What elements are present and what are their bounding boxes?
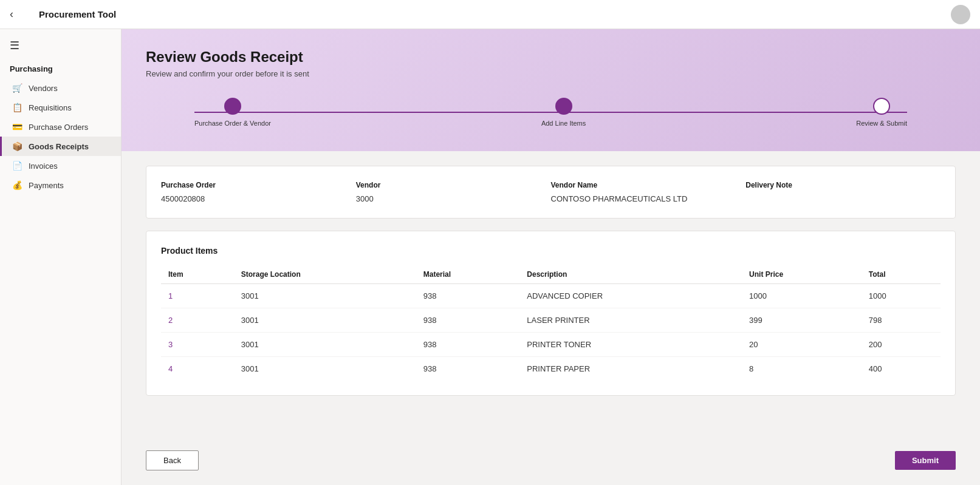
cell-material: 938 <box>416 284 520 308</box>
vendors-icon: 🛒 <box>12 83 22 93</box>
cell-total: 400 <box>862 357 941 381</box>
app-title: Procurement Tool <box>39 9 116 19</box>
cell-item: 1 <box>161 284 234 308</box>
logo-blue <box>19 15 26 21</box>
hero-section: Review Goods Receipt Review and confirm … <box>122 29 980 151</box>
invoices-icon: 📄 <box>12 161 22 171</box>
sidebar-item-label-purchase-orders: Purchase Orders <box>29 123 88 132</box>
product-items-title: Product Items <box>161 246 941 256</box>
hamburger-icon[interactable]: ☰ <box>0 29 121 57</box>
cell-description: ADVANCED COPIER <box>519 284 742 308</box>
info-value-po: 4500020808 <box>161 194 356 203</box>
stepper-step-2: Add Line Items <box>541 98 586 127</box>
table-row: 4 3001 938 PRINTER PAPER 8 400 <box>161 357 941 381</box>
stepper-step-3: Review & Submit <box>856 98 907 127</box>
cell-material: 938 <box>416 357 520 381</box>
cell-total: 1000 <box>862 284 941 308</box>
info-col-po: Purchase Order 4500020808 <box>161 181 356 203</box>
order-info-card: Purchase Order 4500020808 Vendor 3000 Ve… <box>146 166 956 219</box>
cell-unit-price: 1000 <box>742 284 862 308</box>
sidebar: ☰ Purchasing 🛒 Vendors 📋 Requisitions 💳 … <box>0 29 122 485</box>
table-body: 1 3001 938 ADVANCED COPIER 1000 1000 2 3… <box>161 284 941 381</box>
col-header-description: Description <box>519 265 742 284</box>
logo-green <box>27 8 33 14</box>
stepper-label-1: Purchase Order & Vendor <box>194 120 271 127</box>
sidebar-item-vendors[interactable]: 🛒 Vendors <box>0 78 121 98</box>
page-title: Review Goods Receipt <box>146 49 956 66</box>
table-header-row: Item Storage Location Material Descripti… <box>161 265 941 284</box>
stepper-circle-1 <box>224 98 241 115</box>
topbar-left: ‹ Procurement Tool <box>10 8 116 21</box>
sidebar-section-title: Purchasing <box>0 57 121 78</box>
content-area: Purchase Order 4500020808 Vendor 3000 Ve… <box>122 151 980 441</box>
cell-description: PRINTER PAPER <box>519 357 742 381</box>
info-label-vendor-name: Vendor Name <box>551 181 746 189</box>
col-header-item: Item <box>161 265 234 284</box>
table-row: 1 3001 938 ADVANCED COPIER 1000 1000 <box>161 284 941 308</box>
cell-storage-location: 3001 <box>234 333 416 357</box>
topbar: ‹ Procurement Tool <box>0 0 980 29</box>
sidebar-item-invoices[interactable]: 📄 Invoices <box>0 156 121 175</box>
sidebar-item-payments[interactable]: 💰 Payments <box>0 175 121 195</box>
sidebar-item-goods-receipts[interactable]: 📦 Goods Receipts <box>0 137 121 156</box>
purchase-orders-icon: 💳 <box>12 122 22 132</box>
cell-total: 798 <box>862 308 941 333</box>
order-info-row: Purchase Order 4500020808 Vendor 3000 Ve… <box>161 181 941 203</box>
info-label-vendor: Vendor <box>356 181 551 189</box>
goods-receipts-icon: 📦 <box>12 141 22 151</box>
back-nav-button[interactable]: ‹ <box>10 8 13 21</box>
info-col-vendor-name: Vendor Name CONTOSO PHARMACEUTICALS LTD <box>551 181 746 203</box>
col-header-unit-price: Unit Price <box>742 265 862 284</box>
page-subtitle: Review and confirm your order before it … <box>146 69 956 78</box>
cell-storage-location: 3001 <box>234 284 416 308</box>
sidebar-item-label-invoices: Invoices <box>29 161 58 171</box>
ms-logo <box>19 8 33 21</box>
main-content: Review Goods Receipt Review and confirm … <box>122 29 980 485</box>
cell-item: 3 <box>161 333 234 357</box>
stepper-circle-2 <box>555 98 572 115</box>
actions-bar: Back Submit <box>122 441 980 485</box>
info-value-vendor: 3000 <box>356 194 551 203</box>
info-label-delivery-note: Delivery Note <box>745 181 941 189</box>
submit-button[interactable]: Submit <box>895 451 956 470</box>
sidebar-item-purchase-orders[interactable]: 💳 Purchase Orders <box>0 117 121 137</box>
stepper-label-2: Add Line Items <box>541 120 586 127</box>
requisitions-icon: 📋 <box>12 103 22 112</box>
cell-storage-location: 3001 <box>234 308 416 333</box>
info-col-vendor: Vendor 3000 <box>356 181 551 203</box>
info-col-delivery-note: Delivery Note <box>745 181 941 203</box>
cell-item: 2 <box>161 308 234 333</box>
cell-material: 938 <box>416 333 520 357</box>
cell-description: LASER PRINTER <box>519 308 742 333</box>
sidebar-item-label-payments: Payments <box>29 181 64 190</box>
product-items-card: Product Items Item Storage Location Mate… <box>146 231 956 396</box>
sidebar-item-label-goods-receipts: Goods Receipts <box>29 142 89 151</box>
cell-unit-price: 399 <box>742 308 862 333</box>
cell-total: 200 <box>862 333 941 357</box>
product-items-table: Item Storage Location Material Descripti… <box>161 265 941 381</box>
table-row: 3 3001 938 PRINTER TONER 20 200 <box>161 333 941 357</box>
avatar[interactable] <box>951 5 970 24</box>
stepper: Purchase Order & Vendor Add Line Items R… <box>146 98 956 127</box>
stepper-step-1: Purchase Order & Vendor <box>194 98 271 127</box>
cell-storage-location: 3001 <box>234 357 416 381</box>
stepper-label-3: Review & Submit <box>856 120 907 127</box>
col-header-storage-location: Storage Location <box>234 265 416 284</box>
logo-red <box>19 8 26 14</box>
cell-unit-price: 8 <box>742 357 862 381</box>
logo-yellow <box>27 15 33 21</box>
cell-description: PRINTER TONER <box>519 333 742 357</box>
info-label-po: Purchase Order <box>161 181 356 189</box>
back-button[interactable]: Back <box>146 450 199 470</box>
stepper-circle-3 <box>873 98 890 115</box>
sidebar-item-label-requisitions: Requisitions <box>29 103 72 112</box>
payments-icon: 💰 <box>12 180 22 190</box>
layout: ☰ Purchasing 🛒 Vendors 📋 Requisitions 💳 … <box>0 29 980 485</box>
table-row: 2 3001 938 LASER PRINTER 399 798 <box>161 308 941 333</box>
sidebar-item-label-vendors: Vendors <box>29 84 58 93</box>
cell-material: 938 <box>416 308 520 333</box>
col-header-material: Material <box>416 265 520 284</box>
cell-item: 4 <box>161 357 234 381</box>
sidebar-item-requisitions[interactable]: 📋 Requisitions <box>0 98 121 117</box>
info-value-vendor-name: CONTOSO PHARMACEUTICALS LTD <box>551 194 746 203</box>
